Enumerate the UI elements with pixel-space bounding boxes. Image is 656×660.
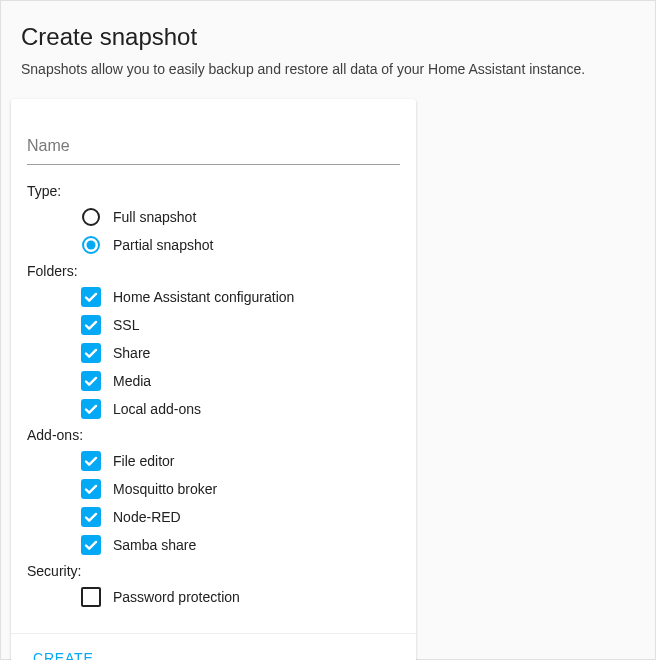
addon-item-label: Node-RED	[113, 509, 181, 525]
addon-item-mosquitto[interactable]: Mosquitto broker	[81, 477, 400, 501]
security-item-label: Password protection	[113, 589, 240, 605]
checkbox-checked-icon[interactable]	[81, 315, 101, 335]
name-input[interactable]	[27, 137, 400, 159]
type-option-full[interactable]: Full snapshot	[81, 205, 400, 229]
folder-item-label: Media	[113, 373, 151, 389]
checkbox-checked-icon[interactable]	[81, 343, 101, 363]
svg-point-2	[87, 241, 96, 250]
addon-item-file-editor[interactable]: File editor	[81, 449, 400, 473]
folders-label: Folders:	[27, 263, 400, 279]
type-option-partial[interactable]: Partial snapshot	[81, 233, 400, 257]
addon-item-label: File editor	[113, 453, 174, 469]
folder-item-label: Local add-ons	[113, 401, 201, 417]
checkbox-checked-icon[interactable]	[81, 535, 101, 555]
addon-item-label: Samba share	[113, 537, 196, 553]
checkbox-checked-icon[interactable]	[81, 287, 101, 307]
type-option-partial-label: Partial snapshot	[113, 237, 213, 253]
checkbox-checked-icon[interactable]	[81, 507, 101, 527]
svg-point-0	[83, 209, 99, 225]
folder-item-share[interactable]: Share	[81, 341, 400, 365]
checkbox-checked-icon[interactable]	[81, 371, 101, 391]
folder-item-label: Home Assistant configuration	[113, 289, 294, 305]
snapshot-card: Name Type: Full snapshot Partial snapsho…	[11, 99, 416, 660]
type-label: Type:	[27, 183, 400, 199]
addon-item-samba[interactable]: Samba share	[81, 533, 400, 557]
folder-item-ssl[interactable]: SSL	[81, 313, 400, 337]
folder-item-ha-config[interactable]: Home Assistant configuration	[81, 285, 400, 309]
name-field[interactable]: Name	[27, 137, 400, 165]
addons-label: Add-ons:	[27, 427, 400, 443]
card-body: Name Type: Full snapshot Partial snapsho…	[11, 99, 416, 633]
checkbox-checked-icon[interactable]	[81, 451, 101, 471]
security-label: Security:	[27, 563, 400, 579]
type-option-full-label: Full snapshot	[113, 209, 196, 225]
addon-item-label: Mosquitto broker	[113, 481, 217, 497]
security-item-password[interactable]: Password protection	[81, 585, 400, 609]
checkbox-checked-icon[interactable]	[81, 479, 101, 499]
folder-item-label: Share	[113, 345, 150, 361]
create-button[interactable]: CREATE	[23, 644, 104, 660]
folder-item-media[interactable]: Media	[81, 369, 400, 393]
card-actions: CREATE	[11, 633, 416, 660]
checkbox-checked-icon[interactable]	[81, 399, 101, 419]
page-subtitle: Snapshots allow you to easily backup and…	[21, 61, 655, 77]
addon-item-node-red[interactable]: Node-RED	[81, 505, 400, 529]
checkbox-unchecked-icon[interactable]	[81, 587, 101, 607]
folder-item-local-addons[interactable]: Local add-ons	[81, 397, 400, 421]
folder-item-label: SSL	[113, 317, 139, 333]
page-root: Create snapshot Snapshots allow you to e…	[0, 0, 656, 660]
radio-unchecked-icon[interactable]	[81, 207, 101, 227]
radio-checked-icon[interactable]	[81, 235, 101, 255]
page-title: Create snapshot	[21, 23, 655, 51]
